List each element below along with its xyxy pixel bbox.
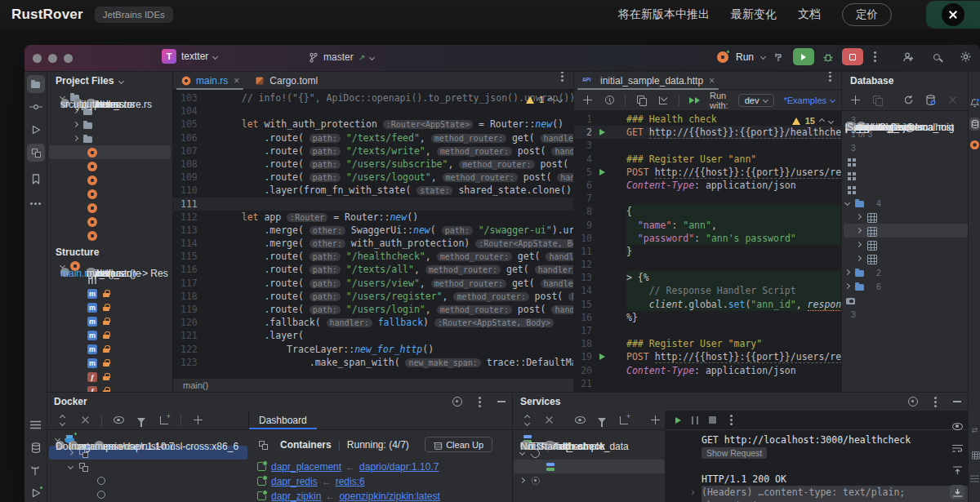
- code-line[interactable]: 3: [574, 139, 841, 152]
- inspection-widget[interactable]: 15: [792, 116, 833, 126]
- collapse-icon[interactable]: [78, 414, 91, 427]
- window-button-2[interactable]: [48, 54, 57, 63]
- code-line[interactable]: 103 // info!("{}", ApiDoc::openapi().to_…: [173, 91, 573, 104]
- tree-item[interactable]: messense/rust-musl-cross:x86_6: [49, 487, 247, 501]
- scroll-to-end-icon[interactable]: [950, 485, 964, 500]
- tree-item[interactable]: initial_sample_data | Health check Sta: [514, 460, 665, 473]
- code-line[interactable]: 19POST http://{{host}}:{{port}}/users/re…: [574, 350, 841, 363]
- code-line[interactable]: 113 .merge( other: SwaggerUi::new( path:…: [173, 224, 573, 237]
- jump-icon[interactable]: [871, 94, 884, 107]
- examples-dropdown[interactable]: *Examples: [783, 96, 835, 105]
- project-widget[interactable]: T textter: [162, 49, 217, 64]
- tree-item[interactable]: types.rs: [49, 215, 171, 229]
- code-line[interactable]: 5POST http://{{host}}:{{port}}/users/reg…: [574, 166, 841, 179]
- tree-item[interactable]: Server Objects: [844, 321, 968, 335]
- pricing-button[interactable]: 定价: [842, 3, 892, 26]
- float-mode-icon[interactable]: [908, 397, 918, 406]
- compare-icon[interactable]: ⇄: [969, 424, 980, 435]
- code-line[interactable]: 9 "name": "ann",: [574, 219, 841, 232]
- database-tool-button[interactable]: [969, 118, 980, 131]
- tree-item[interactable]: tables4: [844, 196, 968, 210]
- soft-wrap-icon[interactable]: [950, 441, 964, 455]
- eye-icon[interactable]: [112, 414, 125, 427]
- scroll-to-top-icon[interactable]: [950, 463, 964, 478]
- add-connection-icon[interactable]: [191, 414, 204, 427]
- code-line[interactable]: 111: [173, 198, 573, 211]
- more-tools-button[interactable]: [27, 194, 45, 212]
- docker-header[interactable]: Docker: [47, 393, 512, 411]
- code-line[interactable]: 107 .route( path: "/texts/write", method…: [173, 144, 573, 158]
- tree-item[interactable]: texts: [844, 238, 968, 251]
- eye-icon[interactable]: [573, 414, 586, 427]
- code-line[interactable]: 7: [574, 192, 841, 205]
- container-link[interactable]: dapr_placement: [271, 461, 341, 473]
- tree-item[interactable]: public: [844, 182, 968, 196]
- env-select[interactable]: dev: [738, 94, 775, 107]
- console-output[interactable]: GET http://localhost:3000/healthcheck Sh…: [666, 430, 968, 502]
- tree-item[interactable]: main(): [49, 384, 171, 392]
- prev-issue-icon[interactable]: [548, 96, 554, 102]
- container-link[interactable]: dapr_zipkin: [271, 491, 321, 502]
- tree-item[interactable]: users: [844, 251, 968, 265]
- tree-item[interactable]: textter-rs3: [844, 140, 968, 154]
- code-line[interactable]: 120 .fallback( handler: fallback) :Route…: [173, 316, 573, 329]
- debug-icon[interactable]: [822, 51, 835, 64]
- run-request-icon[interactable]: [599, 353, 605, 360]
- project-tool-button[interactable]: [27, 75, 45, 93]
- stop-button[interactable]: [842, 48, 863, 65]
- image-link[interactable]: openzipkin/zipkin:latest: [339, 491, 439, 502]
- attach-icon[interactable]: [158, 414, 171, 427]
- http-code-area[interactable]: 1### Health check2GET http://{{host}}:{{…: [574, 113, 841, 392]
- options-icon[interactable]: [934, 401, 937, 403]
- tree-item[interactable]: handlers.rs: [49, 159, 171, 173]
- code-line[interactable]: 2GET http://{{host}}:{{port}}/healthchec…: [574, 126, 841, 139]
- window-button-1[interactable]: [33, 54, 42, 63]
- code-line[interactable]: 109 .route( path: "/users/logout", metho…: [173, 171, 573, 184]
- services-header[interactable]: Services: [514, 393, 968, 411]
- inspection-widget[interactable]: 1: [526, 95, 562, 104]
- image-link[interactable]: redis:6: [336, 476, 365, 487]
- run-request-icon[interactable]: [599, 129, 605, 135]
- run-request-icon[interactable]: [599, 169, 605, 175]
- tab-dashboard[interactable]: Dashboard: [249, 411, 317, 429]
- breadcrumb[interactable]: main(): [173, 378, 573, 392]
- container-row[interactable]: dapr_redis←redis:6: [257, 475, 504, 487]
- settings-gear-icon[interactable]: [959, 51, 972, 64]
- attach-icon[interactable]: [617, 414, 630, 427]
- options-icon[interactable]: [730, 419, 733, 421]
- filter-icon[interactable]: [595, 414, 608, 427]
- add-user-icon[interactable]: [902, 51, 915, 64]
- code-line[interactable]: 122 TraceLayer::new_for_http(): [173, 343, 573, 356]
- tree-item[interactable]: information_schema: [844, 154, 968, 168]
- editor-options-icon[interactable]: [561, 75, 564, 78]
- run-all-icon[interactable]: [688, 94, 701, 107]
- window-button-3[interactable]: [64, 54, 73, 63]
- code-line[interactable]: 8{: [574, 205, 841, 218]
- copy-icon[interactable]: [635, 94, 648, 107]
- code-line[interactable]: 104: [173, 104, 573, 118]
- build-tool-button[interactable]: [27, 461, 45, 479]
- options-icon[interactable]: [479, 401, 481, 403]
- todo-tool-button[interactable]: [27, 415, 45, 433]
- tree-item[interactable]: textterdb3: [844, 307, 968, 321]
- code-line[interactable]: 121 .layer(: [173, 329, 573, 342]
- tree-item[interactable]: sequences6: [844, 279, 968, 293]
- filter-icon[interactable]: [135, 414, 148, 427]
- eye-icon[interactable]: [950, 419, 964, 433]
- code-line[interactable]: 16%}: [574, 311, 841, 324]
- run-config-label[interactable]: Run: [736, 51, 754, 63]
- close-tab-icon[interactable]: ×: [234, 75, 239, 87]
- rerun-request-icon[interactable]: [675, 417, 681, 424]
- refresh-icon[interactable]: [902, 94, 915, 107]
- next-issue-icon[interactable]: [557, 96, 563, 102]
- code-line[interactable]: 6Content-Type: application/json: [574, 179, 841, 192]
- pause-icon[interactable]: [692, 416, 698, 424]
- close-overlay-button[interactable]: [926, 1, 980, 29]
- code-line[interactable]: 10 "password": "ann's password": [574, 232, 841, 245]
- layout-icon[interactable]: [969, 449, 980, 460]
- lines-icon[interactable]: [969, 473, 980, 484]
- code-line[interactable]: 15 client.global.set("ann_id", response.…: [574, 298, 841, 311]
- tree-item[interactable]: __diesel_schema_mig: [844, 210, 968, 224]
- services-tool-button[interactable]: [27, 484, 45, 502]
- code-line[interactable]: 117 .route( path: "/users/view", method_…: [173, 277, 573, 290]
